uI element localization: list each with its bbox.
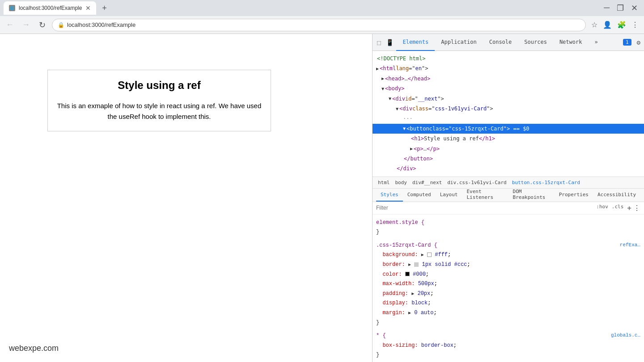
devtools-settings-icon[interactable]: ⚙ <box>635 38 642 47</box>
devtools-right-icons: 1 ⚙ <box>623 38 642 47</box>
styles-tab-layout[interactable]: Layout <box>436 189 462 202</box>
style-rule-card: .css-15zrqxt-Card { refExa… background: … <box>373 239 644 329</box>
devtools-panel: ⬚ 📱 Elements Application Console Sources… <box>372 34 644 362</box>
triangle-body[interactable] <box>381 85 384 93</box>
reload-button[interactable]: ↻ <box>36 19 48 31</box>
extensions-icon[interactable]: 🧩 <box>615 19 628 31</box>
tree-dots: ··· <box>373 114 644 123</box>
address-text: localhost:3000/refExample <box>67 21 136 28</box>
styles-tabs: Styles Computed Layout Event Listeners D… <box>373 189 644 202</box>
tree-button-close: </button> <box>373 154 644 164</box>
toolbar-actions: ☆ 👤 🧩 ⋮ <box>589 19 640 31</box>
tab-sources[interactable]: Sources <box>518 34 553 51</box>
hov-button[interactable]: :hov <box>596 204 608 212</box>
tab-close-button[interactable]: ✕ <box>85 4 91 12</box>
card-body: This is an exmaple of how to style in re… <box>57 101 262 122</box>
restore-button[interactable]: ❐ <box>614 3 627 13</box>
demo-card: Style using a ref This is an exmaple of … <box>47 70 271 131</box>
triangle-div-card[interactable] <box>396 105 398 113</box>
tree-html[interactable]: <html lang="en"> <box>373 63 644 73</box>
more-options-icon[interactable]: ⋮ <box>633 204 640 212</box>
address-bar[interactable]: 🔒 localhost:3000/refExample <box>52 19 586 31</box>
breadcrumb-bar: html body div#__next div.css-1v61yvi-Car… <box>373 177 644 189</box>
swatch-background <box>427 253 432 257</box>
add-style-button[interactable]: + <box>627 204 631 212</box>
tab-favicon: 🌐 <box>9 5 15 11</box>
profile-icon[interactable]: 👤 <box>601 19 614 31</box>
page-content: Style using a ref This is an exmaple of … <box>0 34 372 362</box>
new-tab-button[interactable]: + <box>98 2 110 14</box>
swatch-color <box>405 272 410 276</box>
console-badge: 1 <box>623 39 631 46</box>
tab-application[interactable]: Application <box>435 34 483 51</box>
doctype-text: <!DOCTYPE html> <box>377 54 425 63</box>
devtools-inspect-icon[interactable]: ⬚ <box>374 39 383 46</box>
styles-tab-dom-breakpoints[interactable]: DOM Breakpoints <box>508 189 555 202</box>
triangle-html[interactable] <box>376 65 379 72</box>
styles-tab-styles[interactable]: Styles <box>376 189 403 202</box>
triangle-button[interactable] <box>403 125 406 132</box>
tab-title: localhost:3000/refExample <box>19 5 82 11</box>
tab-more[interactable]: » <box>588 34 604 51</box>
devtools-tabs: ⬚ 📱 Elements Application Console Sources… <box>373 34 644 51</box>
filter-actions: :hov .cls + ⋮ <box>596 204 640 212</box>
style-rule-element: element.style { } <box>373 216 644 239</box>
triangle-div-next[interactable] <box>389 95 391 102</box>
tree-div-close: </div> <box>373 164 644 173</box>
cls-button[interactable]: .cls <box>612 204 624 212</box>
minimize-button[interactable]: ─ <box>601 3 612 13</box>
breadcrumb-body[interactable]: body <box>394 179 409 186</box>
menu-icon[interactable]: ⋮ <box>630 19 640 31</box>
tree-h1[interactable]: <h1>Style using a ref</h1> <box>373 134 644 143</box>
styles-filter-input[interactable] <box>376 205 594 211</box>
breadcrumb-div-next[interactable]: div#__next <box>411 179 444 186</box>
styles-tab-computed[interactable]: Computed <box>403 189 436 202</box>
tab-console[interactable]: Console <box>483 34 518 51</box>
styles-panel: Styles Computed Layout Event Listeners D… <box>373 189 644 362</box>
window-controls: ─ ❐ ✕ <box>601 3 640 13</box>
styles-tab-properties[interactable]: Properties <box>555 189 593 202</box>
tree-head[interactable]: <head>…</head> <box>373 74 644 84</box>
tree-div-card[interactable]: <div class="css-1v61yvi-Card"> <box>373 104 644 114</box>
tree-button-selected[interactable]: <button class="css-15zrqxt-Card"> == $0 <box>373 124 644 134</box>
tree-p[interactable]: <p>…</p> <box>373 144 644 154</box>
close-button[interactable]: ✕ <box>628 3 640 13</box>
main-area: Style using a ref This is an exmaple of … <box>0 34 644 362</box>
watermark: webexpe.com <box>9 344 59 353</box>
styles-tab-event-listeners[interactable]: Event Listeners <box>462 189 508 202</box>
styles-tab-accessibility[interactable]: Accessibility <box>593 189 640 202</box>
browser-toolbar: ← → ↻ 🔒 localhost:3000/refExample ☆ 👤 🧩 … <box>0 16 644 34</box>
devtools-device-icon[interactable]: 📱 <box>383 39 396 46</box>
triangle-p[interactable] <box>410 145 413 152</box>
swatch-border <box>414 262 419 267</box>
style-rule-universal: * { globals.c… box-sizing: border-box; } <box>373 329 644 362</box>
styles-filter: :hov .cls + ⋮ <box>373 202 644 215</box>
styles-content: element.style { } .css-15zrqxt-Card { re… <box>373 215 644 362</box>
breadcrumb-button[interactable]: button.css-15zrqxt-Card <box>510 179 582 186</box>
tree-div-next[interactable]: <div id="__next"> <box>373 94 644 104</box>
browser-tab[interactable]: 🌐 localhost:3000/refExample ✕ <box>4 1 96 15</box>
tree-ellipsis: ··· <box>403 114 413 123</box>
triangle-head[interactable] <box>381 75 384 82</box>
tree-doctype: <!DOCTYPE html> <box>373 54 644 63</box>
tab-elements[interactable]: Elements <box>396 34 435 51</box>
lock-icon: 🔒 <box>58 22 64 28</box>
bookmark-icon[interactable]: ☆ <box>589 19 599 31</box>
tree-body[interactable]: <body> <box>373 84 644 93</box>
breadcrumb-div-card[interactable]: div.css-1v61yvi-Card <box>445 179 508 186</box>
tab-network[interactable]: Network <box>553 34 589 51</box>
forward-button[interactable]: → <box>20 19 32 31</box>
elements-tree: <!DOCTYPE html> <html lang="en"> <head>…… <box>373 51 644 177</box>
card-title: Style using a ref <box>57 79 262 92</box>
browser-titlebar: 🌐 localhost:3000/refExample ✕ + ─ ❐ ✕ <box>0 0 644 16</box>
breadcrumb-html[interactable]: html <box>376 179 392 186</box>
back-button[interactable]: ← <box>4 19 16 31</box>
